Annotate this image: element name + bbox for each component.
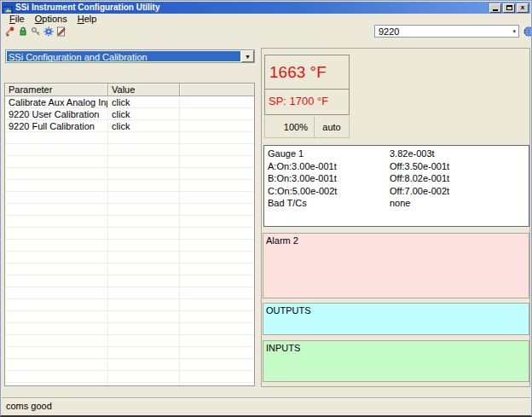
menu-bar: File Options Help <box>2 14 530 25</box>
gear-icon[interactable] <box>43 26 54 38</box>
temperature-display: 1663 °F SP: 1700 °F <box>264 55 350 115</box>
value-cell <box>108 192 180 204</box>
extra-cell <box>180 144 254 156</box>
extra-cell <box>180 287 254 299</box>
table-row[interactable] <box>5 264 254 275</box>
gauge-value: Off:8.02e-001t <box>390 172 529 185</box>
table-row[interactable] <box>5 204 254 216</box>
extra-cell <box>180 216 254 228</box>
value-cell <box>108 335 180 347</box>
table-row[interactable] <box>5 180 254 192</box>
table-row[interactable] <box>5 240 254 252</box>
table-row[interactable]: 9220 User Calibrationclick <box>5 108 254 120</box>
table-row[interactable] <box>5 383 254 386</box>
gauge-label: Gauge 1 <box>268 148 390 160</box>
param-cell <box>5 383 108 386</box>
value-cell <box>108 252 180 264</box>
param-cell <box>5 359 108 371</box>
close-button[interactable]: x <box>517 3 529 13</box>
table-row[interactable]: Calibrate Aux Analog Inputclick <box>5 96 254 108</box>
param-cell <box>5 323 108 335</box>
title-bar[interactable]: SSi Instrument Configuration Utility x <box>2 2 530 14</box>
table-row[interactable] <box>5 275 254 287</box>
value-cell <box>108 216 180 228</box>
table-row[interactable] <box>5 132 254 144</box>
table-row[interactable] <box>5 156 254 168</box>
status-display-panel: 1663 °F SP: 1700 °F 100% auto Gauge 13.8… <box>261 48 530 387</box>
param-cell <box>5 228 108 240</box>
gauge-label: A:On:3.00e-001t <box>268 160 390 173</box>
lock-icon[interactable] <box>17 26 28 38</box>
setpoint-temperature: SP: 1700 °F <box>265 90 349 113</box>
gauge-row: B:On:3.00e-001tOff:8.02e-001t <box>268 172 529 185</box>
menu-item-help[interactable]: Help <box>75 14 105 25</box>
table-row[interactable] <box>5 311 254 323</box>
value-cell <box>108 347 180 359</box>
menu-help-rest: elp <box>84 14 97 24</box>
extra-cell <box>180 156 254 168</box>
table-row[interactable] <box>5 359 254 371</box>
table-row[interactable] <box>5 192 254 204</box>
output-percent-cell[interactable]: 100% <box>264 117 314 138</box>
table-row[interactable] <box>5 252 254 264</box>
gauge-value: 3.82e-003t <box>390 148 529 160</box>
param-cell <box>5 192 108 204</box>
globe-icon[interactable] <box>523 26 532 37</box>
table-row[interactable] <box>5 371 254 383</box>
table-row[interactable] <box>5 287 254 299</box>
extra-cell <box>180 96 254 108</box>
key-icon[interactable] <box>30 26 41 38</box>
menu-item-options[interactable]: Options <box>32 14 75 25</box>
table-row[interactable] <box>5 216 254 228</box>
table-row[interactable]: 9220 Full Calibrationclick <box>5 120 254 132</box>
param-cell <box>5 371 108 383</box>
param-cell <box>5 180 108 192</box>
table-row[interactable] <box>5 299 254 311</box>
menu-item-file[interactable]: File <box>7 14 32 25</box>
output-mode-row: 100% auto <box>264 117 350 138</box>
header-parameter[interactable]: Parameter <box>5 84 108 96</box>
header-extra[interactable] <box>180 84 254 96</box>
table-row[interactable] <box>5 323 254 335</box>
device-select-value: 9220 <box>375 26 512 37</box>
param-cell: Calibrate Aux Analog Input <box>5 96 108 108</box>
extra-cell <box>180 275 254 287</box>
value-cell <box>108 383 180 386</box>
param-cell <box>5 275 108 287</box>
device-select[interactable]: 9220 ▾ <box>374 25 519 38</box>
minimize-button[interactable] <box>489 3 501 13</box>
value-cell <box>108 228 180 240</box>
param-cell <box>5 287 108 299</box>
param-cell <box>5 335 108 347</box>
outputs-panel: OUTPUTS <box>263 303 529 335</box>
param-cell <box>5 156 108 168</box>
gauge-row: Bad T/Csnone <box>268 197 529 210</box>
table-row[interactable] <box>5 347 254 359</box>
value-cell <box>108 323 180 335</box>
table-row[interactable] <box>5 228 254 240</box>
table-row[interactable] <box>5 144 254 156</box>
minimize-icon <box>493 9 498 11</box>
param-cell: 9220 User Calibration <box>5 108 108 120</box>
edit-document-icon[interactable] <box>55 26 66 38</box>
value-cell <box>108 180 180 192</box>
header-value[interactable]: Value <box>108 84 180 96</box>
extra-cell <box>180 311 254 323</box>
value-cell: click <box>108 96 180 108</box>
wrench-icon[interactable] <box>4 26 15 38</box>
gauge-label: B:On:3.00e-001t <box>268 172 390 185</box>
config-mode-select[interactable]: SSi Configuration and Calibration ▼ <box>5 49 255 63</box>
menu-file-rest: ile <box>15 14 25 24</box>
gauge-row: A:On:3.00e-001tOff:3.50e-001t <box>268 160 529 173</box>
param-cell <box>5 264 108 275</box>
value-cell <box>108 132 180 144</box>
auto-mode-cell[interactable]: auto <box>314 117 350 138</box>
extra-cell <box>180 240 254 252</box>
param-cell <box>5 347 108 359</box>
table-row[interactable] <box>5 335 254 347</box>
value-cell <box>108 156 180 168</box>
value-cell <box>108 311 180 323</box>
table-row[interactable] <box>5 168 254 180</box>
config-mode-value: SSi Configuration and Calibration <box>7 51 240 61</box>
maximize-button[interactable] <box>503 3 515 13</box>
